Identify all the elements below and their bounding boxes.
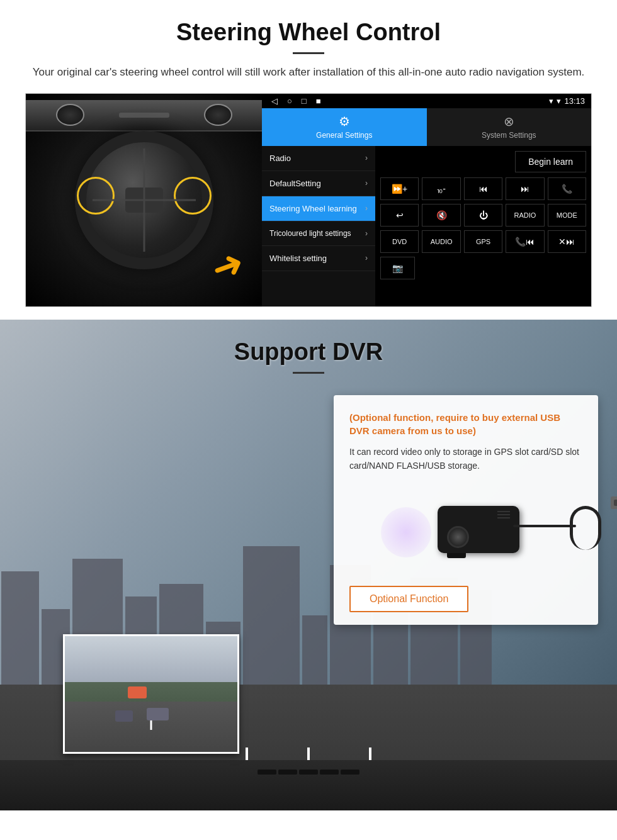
dvr-card-body: It can record video only to storage in G…: [349, 445, 582, 473]
chevron-icon-radio: ›: [365, 154, 368, 162]
building-7: [243, 546, 300, 685]
menu-whitelist-label: Whitelist setting: [269, 254, 327, 263]
mode-label-icon: MODE: [557, 211, 577, 219]
tab-general-label: General Settings: [316, 131, 372, 140]
controls-panel: Begin learn ⏩+ ⏨- ⏮ ⏭ 📞 ↩ 🔇 ⏻: [375, 146, 591, 306]
dvr-title-area: Support DVR: [0, 320, 617, 374]
steering-section: Steering Wheel Control Your original car…: [0, 0, 617, 320]
mini-car-3: [128, 686, 147, 698]
sw-right-controls-highlight: [174, 177, 212, 215]
camera-vents: [497, 511, 510, 518]
vent-b: [497, 514, 510, 515]
chevron-icon-steering: ›: [365, 204, 368, 213]
wifi-icon: ▾: [549, 96, 553, 106]
vent-a: [497, 511, 510, 512]
nav-icons: ◁ ○ □ ■: [268, 96, 546, 106]
btn-next-track[interactable]: ⏭: [506, 177, 544, 200]
btn-phone-prev[interactable]: 📞⏮: [506, 230, 544, 253]
menu-item-steering-wheel-learning[interactable]: Steering Wheel learning ›: [262, 196, 375, 221]
next-track-icon: ⏭: [521, 184, 529, 194]
vent-3: [299, 770, 318, 775]
settings-gear-icon: ⚙: [339, 114, 350, 129]
camera-cable: [513, 525, 576, 527]
camera-lens: [447, 526, 469, 548]
ctrl-row-3: DVD AUDIO GPS 📞⏮ ✕⏭: [380, 230, 586, 253]
radio-label-icon: RADIO: [514, 211, 536, 219]
ctrl-row-4: 📷: [380, 257, 586, 279]
vol-plus-icon: ⏩+: [392, 184, 407, 194]
btn-prev-track[interactable]: ⏮: [464, 177, 502, 200]
gauge-right: [204, 104, 232, 126]
menu-item-defaultsetting[interactable]: DefaultSetting ›: [262, 171, 375, 196]
speedo-bar: [119, 113, 169, 118]
btn-power[interactable]: ⏻: [464, 204, 502, 227]
dvr-section: Support DVR (Optional function, require …: [0, 320, 617, 810]
android-panel: ◁ ○ □ ■ ▾ ▾ 13:13 ⚙ General Settings ⊗ S…: [262, 94, 591, 306]
btn-vol-minus[interactable]: ⏨-: [422, 177, 460, 200]
dvd-label-icon: DVD: [392, 238, 407, 245]
tab-general-settings[interactable]: ⚙ General Settings: [262, 108, 427, 146]
camera-main-body: [438, 506, 519, 553]
dvr-card-highlight: (Optional function, require to buy exter…: [349, 411, 582, 437]
dvr-title: Support DVR: [0, 339, 617, 366]
steering-description: Your original car's steering wheel contr…: [25, 64, 592, 81]
camera-cable-coil: [570, 506, 601, 550]
dvr-title-divider: [293, 372, 324, 374]
camera-glow: [381, 507, 431, 557]
building-8: [302, 615, 327, 685]
signal-icon: ▾: [557, 96, 561, 106]
android-statusbar: ◁ ○ □ ■ ▾ ▾ 13:13: [262, 94, 591, 108]
menu-radio-label: Radio: [269, 154, 291, 163]
optional-function-button[interactable]: Optional Function: [349, 586, 468, 612]
menu-item-tricoloured[interactable]: Tricoloured light settings ›: [262, 221, 375, 246]
menu-panel: Radio › DefaultSetting › Steering Wheel …: [262, 146, 375, 306]
close-next-icon: ✕⏭: [558, 237, 575, 247]
mini-car-1: [147, 708, 169, 720]
btn-camera-switch[interactable]: 📷: [380, 257, 415, 279]
sw-left-controls-highlight: [77, 177, 115, 215]
btn-phone[interactable]: 📞: [548, 177, 586, 200]
dvr-info-card: (Optional function, require to buy exter…: [334, 395, 598, 625]
menu-item-radio[interactable]: Radio ›: [262, 146, 375, 171]
begin-learn-row: Begin learn: [380, 151, 586, 172]
begin-learn-button[interactable]: Begin learn: [515, 151, 586, 172]
btn-close-next[interactable]: ✕⏭: [548, 230, 586, 253]
dashboard-gauges: [26, 100, 262, 132]
tab-system-label: System Settings: [482, 131, 536, 140]
btn-dvd[interactable]: DVD: [380, 230, 419, 253]
menu-item-whitelist[interactable]: Whitelist setting ›: [262, 246, 375, 271]
steering-photo-inner: ➜: [26, 94, 262, 306]
sw-spoke-v: [143, 148, 145, 252]
android-content: Radio › DefaultSetting › Steering Wheel …: [262, 146, 591, 306]
btn-mute[interactable]: 🔇: [422, 204, 460, 227]
back-icon: ◁: [271, 96, 278, 106]
mini-car-2: [115, 710, 133, 722]
btn-hangup[interactable]: ↩: [380, 204, 419, 227]
btn-radio[interactable]: RADIO: [506, 204, 544, 227]
steering-demo-area: ➜ ◁ ○ □ ■ ▾ ▾ 13:13 ⚙ General: [25, 93, 592, 307]
phone-icon: 📞: [562, 184, 572, 194]
chevron-icon-tricoloured: ›: [365, 229, 368, 238]
btn-mode[interactable]: MODE: [548, 204, 586, 227]
vent-2: [278, 770, 297, 775]
btn-gps[interactable]: GPS: [464, 230, 502, 253]
dashboard-vents: [258, 770, 359, 775]
gps-label-icon: GPS: [476, 238, 490, 245]
steering-photo: ➜: [26, 94, 262, 306]
steering-wheel: [75, 131, 213, 269]
power-icon: ⏻: [479, 210, 488, 220]
dvr-preview-screenshot: [63, 634, 239, 754]
steering-title: Steering Wheel Control: [25, 19, 592, 46]
btn-vol-plus[interactable]: ⏩+: [380, 177, 419, 200]
phone-prev-icon: 📞⏮: [515, 237, 535, 247]
btn-audio[interactable]: AUDIO: [422, 230, 460, 253]
pointing-arrow: ➜: [205, 239, 250, 291]
mute-icon: 🔇: [436, 210, 447, 220]
building-1: [1, 571, 39, 685]
title-divider: [293, 52, 324, 54]
vent-c: [497, 517, 510, 518]
tab-system-settings[interactable]: ⊗ System Settings: [427, 108, 592, 146]
home-icon: ○: [287, 96, 292, 106]
vent-1: [258, 770, 276, 775]
chevron-icon-whitelist: ›: [365, 254, 368, 262]
